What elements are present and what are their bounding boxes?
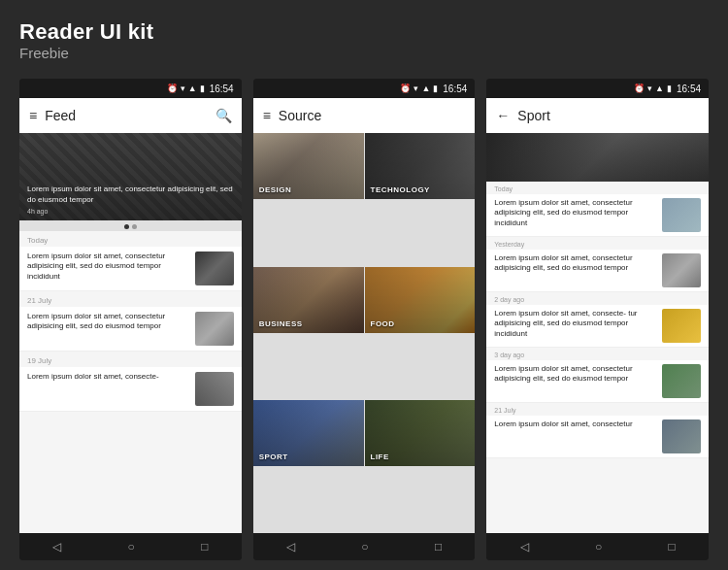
home-nav-source[interactable]: ○ (361, 540, 368, 553)
phone-source: ⏰ ▾ ▲ ▮ 16:54 ≡ Source DESIGN TECHNOLOGY… (253, 79, 476, 560)
status-time-sport: 16:54 (677, 84, 701, 94)
source-cell-technology[interactable]: TECHNOLOGY (365, 133, 476, 199)
status-bar-feed: ⏰ ▾ ▲ ▮ 16:54 (19, 79, 242, 98)
sport-item-title-1: Lorem ipsum dolor sit amet, consectetur … (494, 198, 656, 228)
back-nav-source[interactable]: ◁ (286, 540, 295, 553)
sport-section-21july: 21 July (486, 403, 709, 416)
feed-thumb-1 (195, 251, 234, 285)
status-icons-source: ⏰ ▾ ▲ ▮ 16:54 (400, 84, 467, 94)
menu-nav-feed[interactable]: □ (201, 540, 208, 553)
wifi-icon: ▲ (188, 84, 197, 93)
hamburger-icon[interactable]: ≡ (29, 108, 37, 123)
battery-icon-3: ▮ (667, 84, 672, 93)
technology-label: TECHNOLOGY (371, 185, 430, 194)
hero-text: Lorem ipsum dolor sit amet, consectetur … (27, 184, 234, 205)
sport-item-2[interactable]: Lorem ipsum dolor sit amet, consectetur … (486, 250, 709, 292)
feed-item-1[interactable]: Lorem ipsum dolor sit amet, consectetur … (19, 247, 242, 291)
sport-header-img (486, 133, 709, 182)
feed-item-3[interactable]: Lorem ipsum dolor sit amet, consecte- (19, 367, 242, 412)
sport-item-text-4: Lorem ipsum dolor sit amet, consectetur … (494, 364, 656, 385)
source-cell-business[interactable]: BUSINESS (253, 267, 364, 333)
feed-date-1: 21 July (19, 291, 242, 307)
source-cell-design[interactable]: DESIGN (253, 133, 364, 199)
signal-icon: ▾ (181, 84, 185, 93)
sport-item-text-5: Lorem ipsum dolor sit amet, consectetur (494, 419, 656, 429)
sport-thumb-4 (662, 364, 701, 398)
nav-bar-feed: ◁ ○ □ (19, 533, 242, 560)
hero-image-bg: Lorem ipsum dolor sit amet, consectetur … (19, 133, 242, 220)
sport-item-title-2: Lorem ipsum dolor sit amet, consectetur … (494, 253, 656, 274)
feed-thumb-2 (195, 312, 234, 346)
back-icon-sport[interactable]: ← (496, 108, 510, 123)
app-bar-feed: ≡ Feed 🔍 (19, 98, 242, 133)
alarm-icon-2: ⏰ (400, 84, 411, 93)
sport-thumb-2 (662, 253, 701, 287)
page-title: Reader UI kit (19, 19, 709, 45)
hero-meta: 4h ago (27, 208, 234, 215)
feed-item-text-2: Lorem ipsum dolor sit amet, consectetur … (27, 312, 189, 332)
wifi-icon-2: ▲ (421, 84, 430, 93)
battery-icon-2: ▮ (433, 84, 438, 93)
menu-nav-sport[interactable]: □ (669, 540, 676, 553)
dot-1 (124, 224, 129, 229)
sport-section-2day: 2 day ago (486, 292, 709, 305)
status-icons-sport: ⏰ ▾ ▲ ▮ 16:54 (634, 84, 701, 94)
feed-item-2[interactable]: Lorem ipsum dolor sit amet, consectetur … (19, 307, 242, 352)
alarm-icon-3: ⏰ (634, 84, 645, 93)
phones-container: ⏰ ▾ ▲ ▮ 16:54 ≡ Feed 🔍 Lorem ipsum dolor… (19, 79, 709, 560)
sport-thumb-3 (662, 309, 701, 343)
wifi-icon-3: ▲ (655, 84, 664, 93)
signal-icon-2: ▾ (414, 84, 418, 93)
nav-bar-source: ◁ ○ □ (253, 533, 476, 560)
sport-list: Today Lorem ipsum dolor sit amet, consec… (486, 182, 709, 533)
hamburger-icon-source[interactable]: ≡ (263, 108, 271, 123)
feed-thumb-3 (195, 372, 234, 406)
feed-list: Today Lorem ipsum dolor sit amet, consec… (19, 231, 242, 533)
hero-image: Lorem ipsum dolor sit amet, consectetur … (19, 133, 242, 220)
nav-bar-sport: ◁ ○ □ (486, 533, 709, 560)
app-bar-sport: ← Sport (486, 98, 709, 133)
home-nav-feed[interactable]: ○ (128, 540, 135, 553)
sport-item-4[interactable]: Lorem ipsum dolor sit amet, consectetur … (486, 360, 709, 403)
sport-item-1[interactable]: Lorem ipsum dolor sit amet, consectetur … (486, 194, 709, 237)
search-icon[interactable]: 🔍 (215, 108, 232, 123)
sport-section-today: Today (486, 182, 709, 194)
food-label: FOOD (371, 319, 395, 328)
source-cell-life[interactable]: LIFE (365, 400, 476, 466)
home-nav-sport[interactable]: ○ (595, 540, 602, 553)
design-label: DESIGN (259, 185, 292, 194)
feed-date-2: 19 July (19, 352, 242, 367)
feed-item-title-1: Lorem ipsum dolor sit amet, consectetur … (27, 251, 189, 282)
status-bar-sport: ⏰ ▾ ▲ ▮ 16:54 (486, 79, 709, 98)
sport-item-title-4: Lorem ipsum dolor sit amet, consectetur … (494, 364, 656, 385)
sport-item-5[interactable]: Lorem ipsum dolor sit amet, consectetur (486, 416, 709, 458)
source-content: DESIGN TECHNOLOGY BUSINESS FOOD SPORT LI… (253, 133, 476, 533)
sport-item-text-3: Lorem ipsum dolor sit amet, consecte- tu… (494, 309, 656, 339)
status-time-source: 16:54 (443, 84, 467, 94)
alarm-icon: ⏰ (167, 84, 178, 93)
sport-item-title-5: Lorem ipsum dolor sit amet, consectetur (494, 419, 656, 429)
source-cell-sport[interactable]: SPORT (253, 400, 364, 466)
sport-label: SPORT (259, 453, 288, 461)
sport-item-text-1: Lorem ipsum dolor sit amet, consectetur … (494, 198, 656, 228)
feed-title: Feed (45, 108, 208, 123)
business-label: BUSINESS (259, 319, 303, 328)
battery-icon: ▮ (200, 84, 205, 93)
signal-icon-3: ▾ (647, 84, 652, 93)
back-nav-sport[interactable]: ◁ (520, 540, 529, 553)
sport-section-3day: 3 day ago (486, 348, 709, 360)
menu-nav-source[interactable]: □ (435, 540, 442, 553)
source-title: Source (279, 108, 466, 123)
sport-thumb-5 (662, 419, 701, 453)
status-bar-source: ⏰ ▾ ▲ ▮ 16:54 (253, 79, 476, 98)
source-grid: DESIGN TECHNOLOGY BUSINESS FOOD SPORT LI… (253, 133, 476, 533)
back-nav-feed[interactable]: ◁ (52, 540, 61, 553)
app-bar-source: ≡ Source (253, 98, 476, 133)
feed-item-text-3: Lorem ipsum dolor sit amet, consecte- (27, 372, 189, 382)
source-cell-food[interactable]: FOOD (365, 267, 476, 333)
sport-item-text-2: Lorem ipsum dolor sit amet, consectetur … (494, 253, 656, 274)
page-header: Reader UI kit Freebie (19, 19, 709, 61)
sport-section-yesterday: Yesterday (486, 237, 709, 250)
status-icons-feed: ⏰ ▾ ▲ ▮ 16:54 (167, 84, 234, 94)
sport-item-3[interactable]: Lorem ipsum dolor sit amet, consecte- tu… (486, 305, 709, 348)
